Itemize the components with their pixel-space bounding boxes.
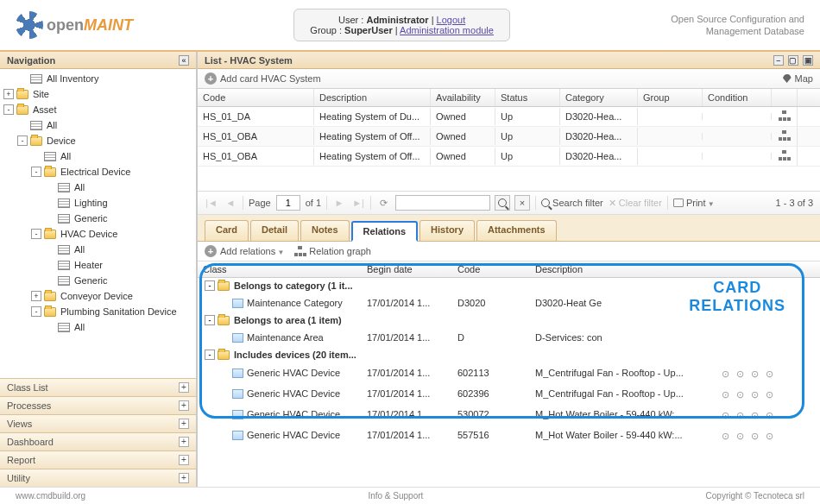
col-code[interactable]: Code	[198, 89, 314, 106]
prev-page-icon[interactable]: ◄	[224, 196, 237, 210]
edit-icon[interactable]	[776, 427, 788, 439]
relation-row[interactable]: Maintenance Area17/01/2014 1...DD-Servic…	[198, 328, 820, 347]
relation-group[interactable]: -Includes devices (20 item...	[198, 347, 820, 362]
tab-notes[interactable]: Notes	[300, 220, 350, 241]
link-icon[interactable]: ⊙	[761, 369, 773, 381]
search-input[interactable]	[395, 195, 490, 211]
tab-history[interactable]: History	[419, 220, 475, 241]
collapse-icon[interactable]: -	[31, 229, 41, 239]
org-chart-icon[interactable]	[779, 130, 791, 141]
add-card-button[interactable]: + Add card HVAC System	[205, 72, 321, 85]
link-icon[interactable]: ⊙	[747, 431, 759, 443]
collapse-icon[interactable]: -	[205, 350, 215, 360]
link-icon[interactable]: ⊙	[761, 431, 773, 443]
link-icon[interactable]: ⊙	[747, 389, 759, 401]
map-button[interactable]: Map	[783, 73, 813, 84]
tree-node[interactable]: All	[0, 242, 196, 257]
relation-row[interactable]: Generic HVAC Device17/01/2014 1...530072…	[198, 404, 820, 425]
admin-module-link[interactable]: Administration module	[400, 25, 494, 35]
refresh-icon[interactable]: ⟳	[376, 196, 390, 210]
collapse-icon[interactable]: «	[179, 55, 189, 66]
collapse-icon[interactable]: -	[17, 135, 28, 146]
col-category[interactable]: Category	[560, 89, 638, 106]
link-icon[interactable]: ⊙	[732, 369, 744, 381]
relation-row[interactable]: Generic HVAC Device17/01/2014 1...602396…	[198, 383, 820, 404]
edit-icon[interactable]	[776, 365, 788, 377]
maximize-icon[interactable]: ▣	[803, 55, 813, 66]
expand-icon[interactable]: +	[31, 291, 41, 301]
accordion-item[interactable]: Dashboard+	[0, 432, 196, 450]
rcol-code[interactable]: Code	[452, 261, 530, 277]
table-row[interactable]: HS_01_OBAHeating System of Off...OwnedUp…	[198, 147, 820, 167]
tab-relations[interactable]: Relations	[351, 221, 419, 242]
tree-node[interactable]: Heater	[0, 257, 196, 273]
tree-node[interactable]: -HVAC Device	[0, 226, 196, 242]
collapse-icon[interactable]: -	[31, 306, 41, 317]
last-page-icon[interactable]: ►|	[351, 196, 365, 210]
footer-left-link[interactable]: www.cmdbuild.org	[16, 491, 85, 501]
search-go-icon[interactable]	[495, 195, 510, 211]
logout-link[interactable]: Logout	[437, 15, 466, 25]
tree-node[interactable]: +Conveyor Device	[0, 288, 196, 304]
col-availability[interactable]: Availability	[431, 89, 495, 106]
tree-node[interactable]: All	[0, 319, 196, 335]
tree-node[interactable]: Generic	[0, 211, 196, 226]
tree-node[interactable]: -Plumbing Sanitation Device	[0, 304, 196, 319]
org-chart-icon[interactable]	[779, 150, 791, 161]
collapse-icon[interactable]: -	[31, 167, 41, 177]
add-relations-button[interactable]: + Add relations	[205, 245, 284, 257]
rcol-class[interactable]: Class	[198, 261, 362, 277]
org-chart-icon[interactable]	[779, 110, 791, 121]
collapse-icon[interactable]: -	[3, 104, 14, 115]
arrow-icon[interactable]: ⊙	[717, 431, 729, 443]
link-icon[interactable]: ⊙	[761, 410, 773, 422]
restore-icon[interactable]: ▢	[788, 55, 798, 66]
link-icon[interactable]: ⊙	[732, 410, 744, 422]
link-icon[interactable]: ⊙	[761, 389, 773, 401]
edit-icon[interactable]	[776, 406, 788, 419]
accordion-item[interactable]: Views+	[0, 414, 196, 432]
tree-node[interactable]: Generic	[0, 273, 196, 288]
accordion-item[interactable]: Processes+	[0, 396, 196, 414]
expand-icon[interactable]: +	[3, 89, 14, 99]
link-icon[interactable]: ⊙	[747, 410, 759, 422]
tree-node[interactable]: -Asset	[0, 102, 196, 117]
tree-node[interactable]: +Site	[0, 86, 196, 102]
accordion-item[interactable]: Report+	[0, 450, 196, 469]
relation-row[interactable]: Generic HVAC Device17/01/2014 1...557516…	[198, 425, 820, 445]
footer-center-link[interactable]: Info & Support	[368, 491, 423, 501]
relation-group[interactable]: -Belongs to category (1 it...	[198, 278, 820, 293]
arrow-icon[interactable]: ⊙	[717, 389, 729, 401]
tree-node[interactable]: -Electrical Device	[0, 164, 196, 180]
search-filter-button[interactable]: Search filter	[541, 198, 603, 208]
link-icon[interactable]: ⊙	[747, 369, 759, 381]
col-condition[interactable]: Condition	[703, 89, 772, 106]
tree-node[interactable]: All	[0, 117, 196, 133]
relation-row[interactable]: Generic HVAC Device17/01/2014 1...602113…	[198, 362, 820, 383]
clear-filter-button[interactable]: ✕ Clear filter	[609, 198, 662, 209]
col-description[interactable]: Description	[314, 89, 431, 106]
search-clear-icon[interactable]: ×	[514, 195, 530, 211]
table-row[interactable]: HS_01_OBAHeating System of Off...OwnedUp…	[198, 127, 820, 147]
next-page-icon[interactable]: ►	[332, 196, 346, 210]
arrow-icon[interactable]: ⊙	[717, 369, 729, 381]
tree-node[interactable]: All	[0, 148, 196, 164]
col-group[interactable]: Group	[638, 89, 703, 106]
print-button[interactable]: Print	[673, 198, 715, 208]
tree-node[interactable]: All	[0, 180, 196, 195]
relation-graph-button[interactable]: Relation graph	[294, 246, 371, 256]
table-row[interactable]: HS_01_DAHeating System of Du...OwnedUpD3…	[198, 107, 820, 127]
relation-row[interactable]: Maintenance Category17/01/2014 1...D3020…	[198, 293, 820, 312]
accordion-item[interactable]: Class List+	[0, 378, 196, 396]
accordion-item[interactable]: Utility+	[0, 469, 196, 487]
tree-node[interactable]: Lighting	[0, 195, 196, 211]
col-status[interactable]: Status	[495, 89, 560, 106]
tree-node[interactable]: All Inventory	[0, 71, 196, 86]
rcol-begin[interactable]: Begin date	[362, 261, 452, 277]
rcol-desc[interactable]: Description	[530, 261, 707, 277]
tab-detail[interactable]: Detail	[250, 220, 299, 241]
edit-icon[interactable]	[776, 386, 788, 398]
collapse-icon[interactable]: -	[205, 280, 215, 291]
nav-tree[interactable]: All Inventory+Site-AssetAll-DeviceAll-El…	[0, 69, 196, 378]
tab-card[interactable]: Card	[205, 220, 249, 241]
